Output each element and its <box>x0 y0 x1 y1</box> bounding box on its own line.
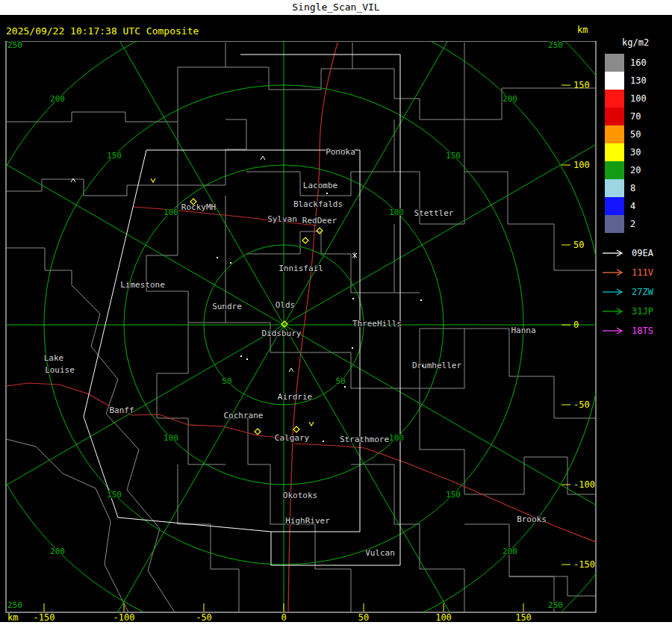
scale-row: 50 <box>605 125 672 143</box>
scale-value: 30 <box>630 147 641 158</box>
color-scale: 16013010070503020842 <box>597 54 672 233</box>
bottom-axis-label: -100 <box>113 612 135 623</box>
radar-map-canvas[interactable]: 5050100100100100150150150150200200200200… <box>0 41 597 628</box>
city-label-highriver: HighRiver <box>285 516 330 526</box>
range-ring-label: 250 <box>7 41 22 50</box>
scale-value: 100 <box>630 93 647 104</box>
city-label-vulcan: Vulcan <box>365 548 395 558</box>
town-dot-marker <box>323 441 324 442</box>
scale-row: 100 <box>605 90 672 108</box>
range-ring-label: 100 <box>389 433 404 443</box>
right-axis-label: -150 <box>573 559 595 570</box>
bottom-status-bar <box>0 622 672 628</box>
city-label-banff: Banff <box>109 405 134 415</box>
plot-border <box>6 41 596 612</box>
city-label-sylvan: Sylvan <box>267 214 297 224</box>
range-ring-label: 150 <box>446 490 461 500</box>
scale-color-swatch <box>605 54 624 72</box>
window-title-bar: Single_Scan_VIL <box>0 0 672 15</box>
town-dot-marker <box>420 299 422 301</box>
radar-legend-row-18TS: 18TS <box>602 321 672 341</box>
range-ring-label: 100 <box>164 433 178 443</box>
city-label-ponoka: Ponoka <box>326 147 355 157</box>
range-ring-label: 150 <box>107 151 122 161</box>
radar-station-id: 31JP <box>632 306 653 317</box>
city-label-brooks: Brooks <box>517 514 547 524</box>
range-ring-label: 100 <box>164 208 178 217</box>
scale-row: 2 <box>605 215 672 233</box>
city-label-hanna: Hanna <box>511 326 535 335</box>
city-label-airdrie: Airdrie <box>278 392 312 402</box>
scale-color-swatch <box>605 108 624 125</box>
city-label-blackfalds: Blackfalds <box>293 199 343 209</box>
right-axis-label: 0 <box>573 320 579 330</box>
scale-color-swatch <box>605 161 624 179</box>
scale-color-swatch <box>605 215 624 233</box>
range-ring-label: 200 <box>50 94 65 104</box>
city-label-drumheller: Drumheller <box>412 361 462 370</box>
city-label-cochrane: Cochrane <box>224 411 264 420</box>
window-title: Single_Scan_VIL <box>292 1 379 13</box>
bottom-axis-label: -50 <box>196 612 212 623</box>
city-label-olds: Olds <box>276 300 296 310</box>
scan-timestamp: 2025/09/22 10:17:38 UTC Composite <box>6 25 199 37</box>
radar-arrow-icon <box>602 268 627 277</box>
range-ring-label: 150 <box>107 490 122 500</box>
town-dot-marker <box>230 262 231 264</box>
city-label-okotoks: Okotoks <box>283 491 317 500</box>
scale-row: 30 <box>605 143 672 161</box>
scale-row: 70 <box>605 108 672 125</box>
bottom-axis-label: 150 <box>515 612 532 623</box>
range-ring-label: 50 <box>335 376 345 386</box>
scale-value: 160 <box>630 57 647 68</box>
city-label-louise: Louise <box>45 365 75 375</box>
right-axis-unit: km <box>577 25 588 35</box>
right-axis-label: -50 <box>573 400 590 410</box>
city-label-sundre: Sundre <box>212 302 242 311</box>
city-label-strathmore: Strathmore <box>340 435 389 444</box>
town-dot-marker <box>217 257 218 258</box>
city-label-lake: Lake <box>44 353 64 363</box>
town-dot-marker <box>344 386 346 388</box>
scale-color-swatch <box>605 143 624 161</box>
legend-sidebar: kg/m2 16013010070503020842 09EA111V27ZW3… <box>597 15 672 622</box>
scale-color-swatch <box>605 179 624 197</box>
town-dot-marker <box>246 358 248 360</box>
city-label-calgary: Calgary <box>275 433 310 443</box>
scale-value: 8 <box>630 183 635 193</box>
city-label-didsbury: Didsbury <box>262 329 302 338</box>
bottom-axis-label: -150 <box>34 612 55 623</box>
radar-arrow-icon <box>602 249 627 258</box>
radar-legend-row-31JP: 31JP <box>602 302 672 321</box>
right-axis-label: 50 <box>573 240 584 250</box>
scale-value: 2 <box>630 219 635 229</box>
city-label-innisfail: Innisfail <box>279 264 323 273</box>
range-ring-label: 50 <box>222 376 231 386</box>
town-dot-marker <box>240 355 242 357</box>
radar-legend-row-27ZW: 27ZW <box>602 282 672 302</box>
town-dot-marker <box>352 347 353 349</box>
legend-unit-label: kg/m2 <box>622 37 672 48</box>
city-label-lacombe: Lacombe <box>303 181 337 190</box>
city-label-rockymh: RockyMH <box>181 202 216 212</box>
range-ring-label: 150 <box>446 151 461 161</box>
radar-arrow-icon <box>602 307 627 316</box>
scale-row: 130 <box>605 72 672 90</box>
scale-color-swatch <box>605 72 624 90</box>
right-axis-label: -100 <box>573 479 595 490</box>
scale-color-swatch <box>605 125 624 143</box>
scale-color-swatch <box>605 197 624 215</box>
radar-station-id: 09EA <box>632 248 653 258</box>
range-ring-label: 250 <box>548 41 563 50</box>
city-label-threehills: ThreeHills <box>352 319 402 329</box>
scale-color-swatch <box>605 90 624 108</box>
scale-value: 70 <box>630 111 641 122</box>
scale-value: 130 <box>630 75 647 86</box>
radar-station-id: 111V <box>632 267 653 278</box>
radar-arrow-icon <box>602 326 627 335</box>
range-ring-label: 250 <box>7 600 22 610</box>
range-ring-label: 200 <box>50 547 65 556</box>
town-dot-marker <box>352 298 354 299</box>
radar-legend-row-09EA: 09EA <box>602 243 672 263</box>
radar-station-id: 18TS <box>632 326 653 336</box>
